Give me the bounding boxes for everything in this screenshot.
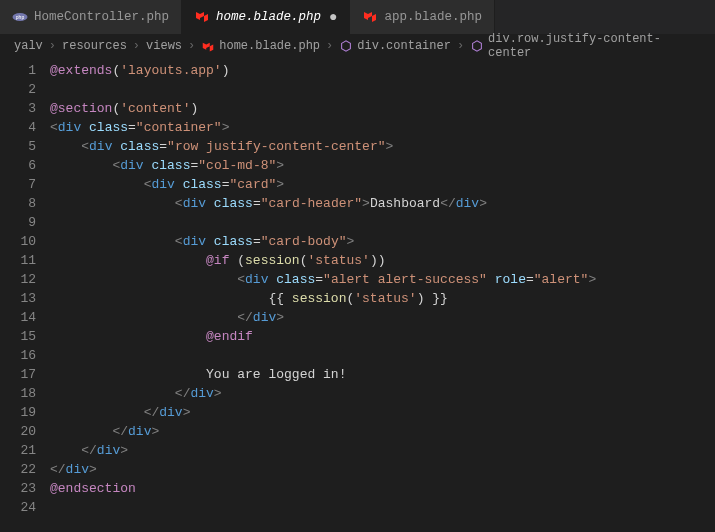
chevron-right-icon: › bbox=[324, 39, 335, 53]
line-number: 18 bbox=[0, 384, 36, 403]
chevron-right-icon: › bbox=[47, 39, 58, 53]
breadcrumb-label: home.blade.php bbox=[219, 39, 320, 53]
line-number: 11 bbox=[0, 251, 36, 270]
tab-label: HomeController.php bbox=[34, 10, 169, 24]
line-number: 13 bbox=[0, 289, 36, 308]
code-line[interactable]: </div> bbox=[50, 384, 715, 403]
code-line[interactable]: <div class="card"> bbox=[50, 175, 715, 194]
line-number: 12 bbox=[0, 270, 36, 289]
line-number: 20 bbox=[0, 422, 36, 441]
line-number: 14 bbox=[0, 308, 36, 327]
breadcrumb-views[interactable]: views bbox=[146, 39, 182, 53]
breadcrumb-resources[interactable]: resources bbox=[62, 39, 127, 53]
breadcrumb-label: div.row.justify-content-center bbox=[488, 32, 701, 60]
code-line[interactable]: </div> bbox=[50, 308, 715, 327]
code-line[interactable]: @section('content') bbox=[50, 99, 715, 118]
code-line[interactable]: <div class="col-md-8"> bbox=[50, 156, 715, 175]
symbol-icon bbox=[470, 39, 484, 53]
code-line[interactable]: @endif bbox=[50, 327, 715, 346]
php-icon: php bbox=[12, 9, 28, 25]
line-number: 24 bbox=[0, 498, 36, 517]
modified-dot-icon: ● bbox=[329, 9, 337, 25]
breadcrumbs: yalv›resources›views›home.blade.php›div.… bbox=[0, 35, 715, 57]
code-line[interactable]: <div class="container"> bbox=[50, 118, 715, 137]
line-number: 1 bbox=[0, 61, 36, 80]
line-number: 22 bbox=[0, 460, 36, 479]
breadcrumb-div-row-justify-content-center[interactable]: div.row.justify-content-center bbox=[470, 32, 701, 60]
line-number: 5 bbox=[0, 137, 36, 156]
tabs-bar: phpHomeController.phphome.blade.php●app.… bbox=[0, 0, 715, 35]
code-editor[interactable]: 123456789101112131415161718192021222324 … bbox=[0, 57, 715, 532]
breadcrumb-div-container[interactable]: div.container bbox=[339, 39, 451, 53]
line-number: 2 bbox=[0, 80, 36, 99]
code-line[interactable]: <div class="row justify-content-center"> bbox=[50, 137, 715, 156]
tab-app-blade-php[interactable]: app.blade.php bbox=[350, 0, 495, 34]
code-line[interactable]: @endsection bbox=[50, 479, 715, 498]
code-line[interactable]: You are logged in! bbox=[50, 365, 715, 384]
breadcrumb-label: div.container bbox=[357, 39, 451, 53]
tab-label: app.blade.php bbox=[384, 10, 482, 24]
breadcrumb-home-blade-php[interactable]: home.blade.php bbox=[201, 39, 320, 53]
tab-home-blade-php[interactable]: home.blade.php● bbox=[182, 0, 350, 34]
chevron-right-icon: › bbox=[186, 39, 197, 53]
code-line[interactable]: </div> bbox=[50, 422, 715, 441]
chevron-right-icon: › bbox=[455, 39, 466, 53]
tab-label: home.blade.php bbox=[216, 10, 321, 24]
code-line[interactable]: </div> bbox=[50, 403, 715, 422]
symbol-icon bbox=[339, 39, 353, 53]
code-line[interactable] bbox=[50, 80, 715, 99]
line-number: 15 bbox=[0, 327, 36, 346]
code-line[interactable]: <div class="card-body"> bbox=[50, 232, 715, 251]
line-number: 3 bbox=[0, 99, 36, 118]
code-line[interactable]: </div> bbox=[50, 441, 715, 460]
laravel-icon bbox=[362, 9, 378, 25]
line-number: 23 bbox=[0, 479, 36, 498]
svg-text:php: php bbox=[16, 14, 25, 20]
code-line[interactable]: @extends('layouts.app') bbox=[50, 61, 715, 80]
breadcrumb-label: resources bbox=[62, 39, 127, 53]
code-line[interactable] bbox=[50, 213, 715, 232]
laravel-icon bbox=[194, 9, 210, 25]
code-line[interactable]: <div class="alert alert-success" role="a… bbox=[50, 270, 715, 289]
line-number: 21 bbox=[0, 441, 36, 460]
code-line[interactable]: @if (session('status')) bbox=[50, 251, 715, 270]
line-number: 9 bbox=[0, 213, 36, 232]
line-number: 8 bbox=[0, 194, 36, 213]
code-line[interactable]: <div class="card-header">Dashboard</div> bbox=[50, 194, 715, 213]
line-number: 6 bbox=[0, 156, 36, 175]
line-number: 7 bbox=[0, 175, 36, 194]
line-number: 19 bbox=[0, 403, 36, 422]
breadcrumb-yalv[interactable]: yalv bbox=[14, 39, 43, 53]
laravel-icon bbox=[201, 39, 215, 53]
line-number: 17 bbox=[0, 365, 36, 384]
code-line[interactable]: {{ session('status') }} bbox=[50, 289, 715, 308]
code-line[interactable] bbox=[50, 498, 715, 517]
code-line[interactable]: </div> bbox=[50, 460, 715, 479]
chevron-right-icon: › bbox=[131, 39, 142, 53]
breadcrumb-label: views bbox=[146, 39, 182, 53]
code-content[interactable]: @extends('layouts.app') @section('conten… bbox=[50, 57, 715, 532]
line-number: 4 bbox=[0, 118, 36, 137]
code-line[interactable] bbox=[50, 346, 715, 365]
line-number: 16 bbox=[0, 346, 36, 365]
line-number-gutter: 123456789101112131415161718192021222324 bbox=[0, 57, 50, 532]
breadcrumb-label: yalv bbox=[14, 39, 43, 53]
line-number: 10 bbox=[0, 232, 36, 251]
tab-HomeController-php[interactable]: phpHomeController.php bbox=[0, 0, 182, 34]
